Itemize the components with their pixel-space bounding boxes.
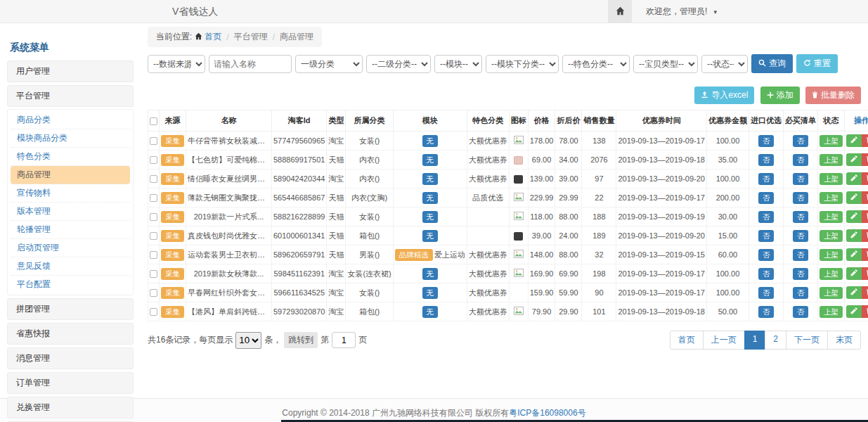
page-button-1[interactable]: 1 — [744, 331, 766, 350]
imported-toggle[interactable]: 否 — [758, 287, 775, 299]
row-checkbox[interactable] — [150, 213, 157, 221]
sidebar-item-splash-page-mgmt[interactable]: 启动页管理 — [11, 239, 130, 257]
page-button-上一页[interactable]: 上一页 — [703, 331, 745, 350]
sidebar-group-platform-mgmt[interactable]: 平台管理 — [7, 85, 134, 107]
status-toggle[interactable]: 上架 — [820, 135, 843, 147]
jump-to-button[interactable]: 跳转到 — [284, 332, 318, 348]
home-button[interactable] — [608, 0, 632, 23]
imported-toggle[interactable]: 否 — [758, 173, 775, 185]
sidebar-group-saving-express[interactable]: 省惠快报 — [7, 323, 134, 345]
must-buy-toggle[interactable]: 否 — [793, 230, 809, 242]
delete-button[interactable] — [862, 267, 868, 280]
delete-button[interactable] — [862, 210, 868, 223]
page-button-下一页[interactable]: 下一页 — [786, 331, 828, 350]
must-buy-toggle[interactable]: 否 — [793, 306, 809, 318]
imported-toggle[interactable]: 否 — [758, 211, 775, 223]
imported-toggle[interactable]: 否 — [758, 306, 775, 318]
status-toggle[interactable]: 上架 — [820, 249, 843, 261]
sidebar-group-user-mgmt[interactable]: 用户管理 — [7, 60, 134, 82]
sidebar-item-platform-config[interactable]: 平台配置 — [11, 276, 130, 293]
must-buy-toggle[interactable]: 否 — [793, 249, 809, 261]
sidebar-group-order-mgmt[interactable]: 订单管理 — [7, 372, 134, 394]
row-checkbox[interactable] — [150, 194, 157, 202]
filter-module-select[interactable]: --模块-- — [434, 55, 482, 73]
must-buy-toggle[interactable]: 否 — [793, 154, 809, 166]
delete-button[interactable] — [862, 172, 868, 185]
import-excel-button[interactable]: 导入excel — [694, 87, 754, 104]
filter-item-type-select[interactable]: --宝贝类型-- — [633, 55, 698, 73]
edit-button[interactable] — [846, 153, 862, 166]
user-menu[interactable]: 欢迎您，管理员! ▼ — [646, 6, 718, 18]
imported-toggle[interactable]: 否 — [758, 268, 775, 280]
status-toggle[interactable]: 上架 — [820, 287, 843, 299]
filter-feature-category-select[interactable]: --特色分类-- — [562, 55, 630, 73]
delete-button[interactable] — [862, 134, 868, 147]
delete-button[interactable] — [862, 153, 868, 166]
row-checkbox[interactable] — [150, 137, 157, 145]
imported-toggle[interactable]: 否 — [758, 249, 775, 261]
must-buy-toggle[interactable]: 否 — [793, 287, 809, 299]
select-all-checkbox[interactable] — [150, 117, 157, 125]
delete-button[interactable] — [862, 191, 868, 204]
imported-toggle[interactable]: 否 — [758, 154, 775, 166]
page-button-2[interactable]: 2 — [765, 331, 786, 350]
row-checkbox[interactable] — [150, 308, 157, 316]
status-toggle[interactable]: 上架 — [820, 306, 843, 318]
row-checkbox[interactable] — [150, 251, 157, 259]
row-checkbox[interactable] — [150, 270, 157, 278]
edit-button[interactable] — [846, 305, 862, 318]
row-checkbox[interactable] — [150, 156, 157, 164]
filter-level2-category-select[interactable]: --二级分类-- — [366, 55, 431, 73]
page-button-首页[interactable]: 首页 — [670, 331, 704, 350]
must-buy-toggle[interactable]: 否 — [793, 211, 809, 223]
edit-button[interactable] — [846, 172, 862, 185]
edit-button[interactable] — [846, 191, 862, 204]
sidebar-item-module-goods-category[interactable]: 模块商品分类 — [11, 129, 130, 148]
status-toggle[interactable]: 上架 — [820, 154, 843, 166]
sidebar-item-feedback[interactable]: 意见反馈 — [11, 257, 130, 276]
sidebar-item-feature-category[interactable]: 特色分类 — [11, 148, 130, 166]
batch-delete-button[interactable]: 批量删除 — [805, 87, 861, 104]
must-buy-toggle[interactable]: 否 — [793, 173, 809, 185]
status-toggle[interactable]: 上架 — [820, 230, 843, 242]
row-checkbox[interactable] — [150, 232, 157, 240]
search-button[interactable]: 查询 — [751, 54, 793, 73]
reset-button[interactable]: 重置 — [796, 54, 838, 73]
delete-button[interactable] — [862, 305, 868, 318]
imported-toggle[interactable]: 否 — [758, 135, 775, 147]
status-toggle[interactable]: 上架 — [820, 192, 843, 204]
edit-button[interactable] — [846, 248, 862, 261]
edit-button[interactable] — [846, 286, 862, 299]
sidebar-group-message-mgmt[interactable]: 消息管理 — [7, 347, 134, 369]
per-page-select[interactable]: 10 — [235, 332, 261, 349]
imported-toggle[interactable]: 否 — [758, 192, 775, 204]
edit-button[interactable] — [846, 229, 862, 242]
sidebar-group-exchange-mgmt[interactable]: 兑换管理 — [7, 397, 134, 418]
filter-level1-category-select[interactable]: 一级分类 — [295, 55, 363, 73]
page-number-input[interactable] — [332, 332, 356, 348]
edit-button[interactable] — [846, 134, 862, 147]
sidebar-item-goods-category[interactable]: 商品分类 — [11, 111, 130, 129]
breadcrumb-home-link[interactable]: 首页 — [205, 31, 221, 43]
must-buy-toggle[interactable]: 否 — [793, 192, 809, 204]
sidebar-item-version-mgmt[interactable]: 版本管理 — [11, 203, 130, 221]
name-search-input[interactable] — [209, 55, 292, 73]
status-toggle[interactable]: 上架 — [820, 268, 843, 280]
filter-status-select[interactable]: --状态-- — [701, 55, 748, 73]
sidebar-item-promo-materials[interactable]: 宣传物料 — [11, 184, 130, 203]
sidebar-item-goods-mgmt[interactable]: 商品管理 — [11, 166, 130, 184]
must-buy-toggle[interactable]: 否 — [793, 268, 809, 280]
imported-toggle[interactable]: 否 — [758, 230, 775, 242]
page-button-末页[interactable]: 末页 — [827, 331, 861, 350]
must-buy-toggle[interactable]: 否 — [793, 135, 809, 147]
sidebar-item-carousel-mgmt[interactable]: 轮播管理 — [11, 221, 130, 239]
delete-button[interactable] — [862, 248, 868, 261]
row-checkbox[interactable] — [150, 175, 157, 183]
row-checkbox[interactable] — [150, 289, 157, 297]
filter-data-source-select[interactable]: --数据来源-- — [148, 55, 205, 73]
icp-link[interactable]: 粤ICP备16098006号 — [509, 408, 585, 418]
status-toggle[interactable]: 上架 — [820, 173, 843, 185]
sidebar-group-group-buy-mgmt[interactable]: 拼团管理 — [7, 298, 134, 320]
edit-button[interactable] — [846, 210, 862, 223]
delete-button[interactable] — [862, 229, 868, 242]
